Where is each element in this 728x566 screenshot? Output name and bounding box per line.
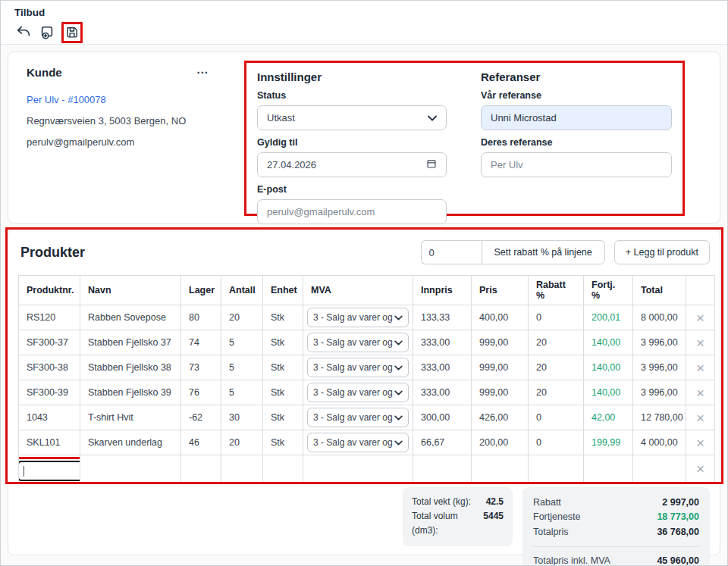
delete-row-icon[interactable]: × bbox=[696, 436, 704, 450]
cell-innpris[interactable]: 333,00 bbox=[413, 380, 472, 405]
cell-navn[interactable]: Rabben Sovepose bbox=[80, 305, 181, 330]
cell-antall[interactable]: 20 bbox=[221, 305, 263, 330]
cell-innpris[interactable]: 133,33 bbox=[413, 305, 472, 330]
cell-pris[interactable]: 999,00 bbox=[472, 355, 529, 380]
totalpris-value: 36 768,00 bbox=[657, 525, 699, 539]
legg-til-produkt-button[interactable]: + Legg til produkt bbox=[614, 240, 710, 264]
mva-select[interactable]: 3 - Salg av varer og t bbox=[307, 333, 409, 352]
column-header: Enhet bbox=[263, 276, 303, 305]
customer-link[interactable]: Per Ulv - #100078 bbox=[27, 94, 224, 105]
cell-rabatt[interactable]: 20 bbox=[529, 330, 584, 355]
cell-produktnr[interactable]: SF300-39 bbox=[19, 380, 80, 405]
cell-antall[interactable]: 5 bbox=[221, 355, 263, 380]
cell-enhet[interactable]: Stk bbox=[263, 405, 303, 430]
epost-input[interactable]: perulv@gmailperulv.com bbox=[257, 199, 447, 224]
cell-antall[interactable]: 20 bbox=[221, 430, 263, 455]
mva-select[interactable]: 3 - Salg av varer og t bbox=[307, 358, 409, 377]
status-select[interactable]: Utkast bbox=[257, 105, 447, 130]
new-product-row: × bbox=[19, 455, 715, 483]
cell-lager[interactable]: -62 bbox=[181, 405, 221, 430]
mva-select[interactable]: 3 - Salg av varer og t bbox=[307, 408, 409, 427]
total-volum-value: 5445 bbox=[483, 509, 504, 538]
cell-fortj: 199,99 bbox=[584, 430, 633, 455]
cell-produktnr[interactable]: RS120 bbox=[19, 305, 80, 330]
cell-produktnr[interactable]: SF300-37 bbox=[19, 330, 80, 355]
cell-produktnr[interactable]: SKL101 bbox=[19, 430, 80, 455]
cell-antall[interactable]: 5 bbox=[221, 380, 263, 405]
cell-lager[interactable]: 46 bbox=[181, 430, 221, 455]
cell-navn[interactable]: Stabben Fjellsko 37 bbox=[80, 330, 181, 355]
cell-produktnr[interactable]: SF300-38 bbox=[19, 355, 80, 380]
cell-rabatt[interactable]: 20 bbox=[529, 355, 584, 380]
cell-rabatt[interactable]: 0 bbox=[529, 305, 584, 330]
more-options-button[interactable]: ... bbox=[196, 66, 209, 73]
text-caret bbox=[24, 466, 24, 477]
save-icon bbox=[64, 25, 80, 40]
rabatt-percent-input[interactable] bbox=[421, 240, 482, 264]
total-volum-label: Total volum (dm3): bbox=[412, 509, 483, 538]
cell-rabatt[interactable]: 20 bbox=[529, 380, 584, 405]
kunde-heading: Kunde bbox=[27, 66, 62, 79]
cell-new-produktnr[interactable] bbox=[19, 455, 80, 483]
cell-antall[interactable]: 30 bbox=[221, 405, 263, 430]
cell-navn[interactable]: Skarven underlag bbox=[80, 430, 181, 455]
mva-select[interactable]: 3 - Salg av varer og t bbox=[307, 383, 409, 402]
cell-lager[interactable]: 74 bbox=[181, 330, 221, 355]
delete-row-icon[interactable]: × bbox=[696, 386, 704, 400]
delete-row-icon[interactable]: × bbox=[696, 461, 704, 476]
innstillinger-heading: Innstillinger bbox=[257, 70, 447, 83]
cell-enhet[interactable]: Stk bbox=[263, 305, 303, 330]
cell-navn[interactable]: Stabben Fjellsko 38 bbox=[80, 355, 181, 380]
undo-button[interactable] bbox=[14, 23, 33, 42]
mva-select[interactable]: 3 - Salg av varer og t bbox=[307, 308, 409, 327]
cell-lager[interactable]: 73 bbox=[181, 355, 221, 380]
cell-innpris[interactable]: 300,00 bbox=[413, 405, 472, 430]
chevron-down-icon bbox=[394, 337, 403, 348]
totals-section: Total vekt (kg):42.5 Total volum (dm3):5… bbox=[8, 487, 720, 566]
cell-lager[interactable]: 80 bbox=[181, 305, 221, 330]
mva-select[interactable]: 3 - Salg av varer og t bbox=[307, 433, 409, 452]
save-button[interactable] bbox=[61, 22, 83, 43]
cell-enhet[interactable]: Stk bbox=[263, 355, 303, 380]
toolbar: Tilbud bbox=[1, 1, 727, 45]
deres-referanse-input[interactable]: Per Ulv bbox=[481, 152, 672, 177]
column-header: MVA bbox=[303, 276, 413, 305]
cell-total: 3 996,00 bbox=[633, 330, 686, 355]
cell-enhet[interactable]: Stk bbox=[263, 330, 303, 355]
cell-pris[interactable]: 200,00 bbox=[472, 430, 529, 455]
customer-address: Regnværsveien 3, 5003 Bergen, NO bbox=[27, 115, 224, 127]
products-table: Produktnr.NavnLagerAntallEnhetMVAInnpris… bbox=[18, 275, 715, 483]
cell-lager[interactable]: 76 bbox=[181, 380, 221, 405]
cell-produktnr[interactable]: 1043 bbox=[19, 405, 80, 430]
innstillinger-panel: Innstillinger Status Utkast Gyldig til 2… bbox=[257, 69, 447, 214]
sett-rabatt-button[interactable]: Sett rabatt % på linjene bbox=[482, 240, 605, 264]
new-product-input[interactable] bbox=[19, 461, 80, 481]
cell-fortj: 200,01 bbox=[584, 305, 633, 330]
cell-rabatt[interactable]: 0 bbox=[529, 405, 584, 430]
cell-pris[interactable]: 999,00 bbox=[472, 380, 529, 405]
cell-enhet[interactable]: Stk bbox=[263, 380, 303, 405]
cell-innpris[interactable]: 333,00 bbox=[413, 330, 472, 355]
new-document-button[interactable] bbox=[38, 23, 56, 42]
product-row: SF300-37Stabben Fjellsko 37745Stk3 - Sal… bbox=[19, 330, 715, 355]
cell-rabatt[interactable]: 0 bbox=[529, 430, 584, 455]
delete-row-icon[interactable]: × bbox=[696, 336, 704, 350]
page-title: Tilbud bbox=[14, 7, 727, 18]
var-referanse-input[interactable]: Unni Microstad bbox=[481, 105, 672, 130]
delete-row-icon[interactable]: × bbox=[696, 411, 704, 425]
delete-row-icon[interactable]: × bbox=[696, 311, 704, 325]
content-area: Kunde ... Per Ulv - #100078 Regnværsveie… bbox=[1, 45, 727, 565]
cell-pris[interactable]: 999,00 bbox=[472, 330, 529, 355]
delete-row-icon[interactable]: × bbox=[696, 361, 704, 375]
cell-innpris[interactable]: 333,00 bbox=[413, 355, 472, 380]
cell-navn[interactable]: Stabben Fjellsko 39 bbox=[80, 380, 181, 405]
cell-pris[interactable]: 426,00 bbox=[472, 405, 529, 430]
calendar-icon[interactable] bbox=[426, 158, 437, 171]
cell-enhet[interactable]: Stk bbox=[263, 430, 303, 455]
gyldig-til-date-input[interactable]: 27.04.2026 bbox=[257, 152, 447, 177]
cell-innpris[interactable]: 66,67 bbox=[413, 430, 472, 455]
cell-antall[interactable]: 5 bbox=[221, 330, 263, 355]
cell-navn[interactable]: T-shirt Hvit bbox=[80, 405, 181, 430]
table-header-row: Produktnr.NavnLagerAntallEnhetMVAInnpris… bbox=[19, 276, 715, 305]
cell-pris[interactable]: 400,00 bbox=[472, 305, 529, 330]
